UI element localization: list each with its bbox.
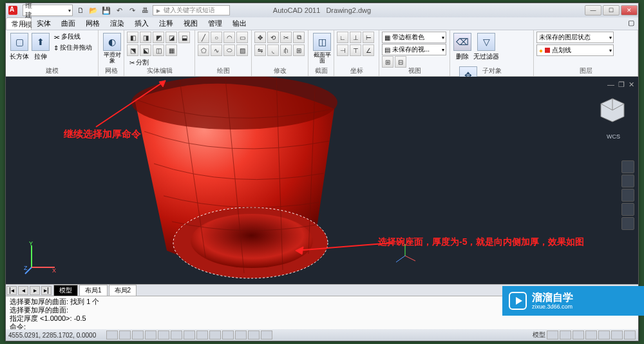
rotate-icon[interactable]: ⟲ [267,32,279,43]
solidedit-btn-8[interactable]: ◫ [153,44,164,56]
status-ortho-icon[interactable] [132,330,144,339]
status-r2-icon[interactable] [560,330,571,339]
qat-save-icon[interactable]: 💾 [101,5,111,15]
tab-annotate[interactable]: 注释 [154,17,178,30]
solidedit-btn-7[interactable]: ⬕ [140,44,151,56]
ucs-icon-1[interactable]: ∟ [337,32,348,43]
viewcube[interactable] [598,96,627,124]
status-r1-icon[interactable] [547,330,558,339]
ribbon-expand-icon[interactable]: ▢ [624,17,638,30]
extrude-button[interactable]: ⬆拉伸 [32,32,50,64]
draw-ellipse-icon[interactable]: ⬭ [223,44,235,56]
draw-poly-icon[interactable]: ⬠ [198,44,209,56]
solidedit-btn-1[interactable]: ◧ [127,32,138,43]
status-r3-icon[interactable] [573,330,584,339]
delete-button[interactable]: ⌫删除 [453,32,472,64]
nofilter-button[interactable]: ▽无过滤器 [473,32,499,64]
inner-max-icon[interactable]: ❐ [618,81,625,89]
inner-close-icon[interactable]: ✕ [629,81,634,89]
status-osnap-icon[interactable] [158,330,169,339]
ucs-icon-2[interactable]: ⊥ [350,32,361,43]
tab-nav-prev[interactable]: ◂ [18,286,28,295]
mirror-icon[interactable]: ⇋ [254,44,266,56]
status-dyn-icon[interactable] [209,330,221,339]
fillet-icon[interactable]: ◟ [267,44,279,56]
tab-nav-next[interactable]: ▸ [30,286,40,295]
solidedit-btn-5[interactable]: ⬓ [178,32,190,43]
draw-line-icon[interactable]: ╱ [198,32,209,43]
status-ducs-icon[interactable] [196,330,208,339]
status-lwt-icon[interactable] [222,330,234,339]
nav-orbit-icon[interactable] [621,203,634,216]
qat-open-icon[interactable]: 📂 [88,5,99,15]
status-r5-icon[interactable] [598,330,610,339]
ucs-icon-6[interactable]: ∠ [363,44,374,56]
nav-wheel-icon[interactable] [621,160,634,173]
draw-spline-icon[interactable]: ∿ [211,44,222,56]
thicken-button[interactable]: ▦ [166,44,177,56]
qat-undo-icon[interactable]: ↶ [114,5,124,15]
status-sc-icon[interactable] [261,330,272,339]
drawing-viewport[interactable]: — ❐ ✕ [6,77,638,284]
tab-render[interactable]: 渲染 [105,17,129,30]
tab-layout2[interactable]: 布局2 [109,285,137,296]
tab-output[interactable]: 输出 [227,17,252,30]
status-qp-icon[interactable] [248,330,260,339]
status-tpy-icon[interactable] [235,330,247,339]
tab-insert[interactable]: 插入 [129,17,154,30]
visual-style-dropdown[interactable]: ▦ 带边框着色 [382,32,446,43]
close-button[interactable]: ✕ [621,5,638,15]
draw-rect-icon[interactable]: ▭ [236,32,248,43]
view-dropdown[interactable]: ▤ 未保存的视... [382,44,446,55]
copy-icon[interactable]: ⧉ [293,32,305,43]
nav-zoom-icon[interactable] [621,189,634,202]
tab-nav-last[interactable]: ▸| [41,286,52,295]
box-button[interactable]: ▢长方体 [8,32,30,64]
draw-arc-icon[interactable]: ◠ [223,32,235,43]
solidedit-btn-3[interactable]: ◩ [153,32,164,43]
nav-pan-icon[interactable] [621,175,634,187]
status-r4-icon[interactable] [585,330,597,339]
status-3dosnap-icon[interactable] [171,330,182,339]
draw-circle-icon[interactable]: ○ [211,32,222,43]
solidedit-btn-6[interactable]: ⬔ [127,44,138,56]
status-r7-icon[interactable] [624,330,636,339]
array-icon[interactable]: ⊞ [293,44,305,56]
status-polar-icon[interactable] [145,330,156,339]
inner-min-icon[interactable]: — [607,81,614,89]
ucs-icon-3[interactable]: ⊢ [363,32,374,43]
maximize-button[interactable]: ☐ [603,5,620,15]
tab-view[interactable]: 视图 [178,17,203,30]
smooth-button[interactable]: ◐平滑对象 [101,32,123,64]
tab-model[interactable]: 模型 [53,285,78,296]
status-r6-icon[interactable] [611,330,623,339]
coordinates[interactable]: 4555.0291, 2285.1702, 0.0000 [8,332,105,339]
polyline-button[interactable]: ⫘多段线 [51,32,95,42]
layer-state-dropdown[interactable]: 未保存的图层状态 [536,32,614,43]
tab-layout1[interactable]: 布局1 [79,285,108,296]
workspace-dropdown[interactable]: 三维建模 [23,5,73,16]
status-grid-icon[interactable] [119,330,131,339]
status-model[interactable]: 模型 [533,330,545,339]
solidedit-btn-2[interactable]: ◨ [140,32,151,43]
status-snap-icon[interactable] [106,330,118,339]
qat-redo-icon[interactable]: ↷ [127,5,137,15]
tab-mesh[interactable]: 网格 [80,17,105,30]
ucs-icon-4[interactable]: ⊣ [337,44,348,56]
tab-nav-first[interactable]: |◂ [6,286,17,295]
help-search-input[interactable]: ► 键入关键字或短语 [153,5,230,15]
ucs-icon-5[interactable]: ⊤ [350,44,361,56]
qat-new-icon[interactable]: 🗋 [75,5,86,15]
solidedit-btn-4[interactable]: ◪ [166,32,177,43]
draw-hatch-icon[interactable]: ▨ [236,44,248,56]
status-otrack-icon[interactable] [184,330,195,339]
qat-print-icon[interactable]: 🖶 [140,5,150,15]
section-plane-button[interactable]: ◫截面平面 [311,32,333,64]
app-icon[interactable] [8,6,17,15]
nav-showmotion-icon[interactable] [621,217,634,230]
tab-manage[interactable]: 管理 [203,17,227,30]
tab-surface[interactable]: 曲面 [56,17,80,30]
presspull-button[interactable]: ⇕按住并拖动 [51,43,95,53]
minimize-button[interactable]: — [585,5,601,15]
offset-icon[interactable]: ⫛ [280,44,292,56]
